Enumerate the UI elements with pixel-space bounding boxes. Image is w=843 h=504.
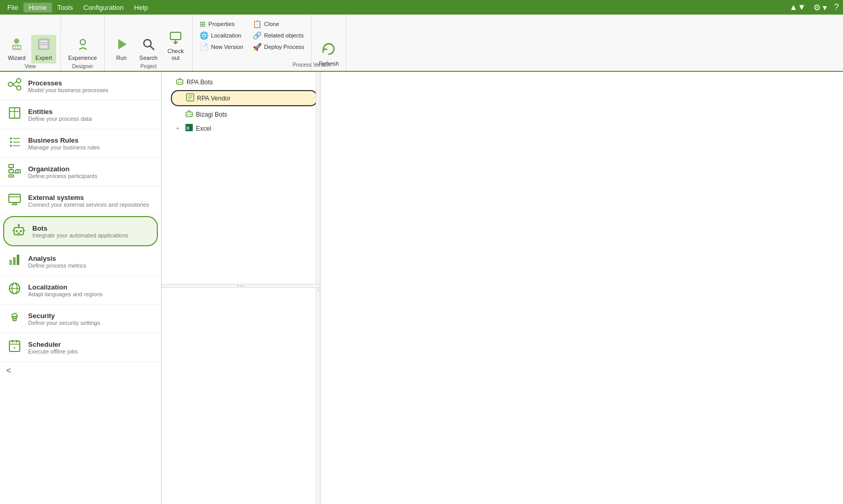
svg-point-56 — [14, 318, 16, 320]
detail-panel — [320, 72, 843, 504]
menu-help[interactable]: Help — [129, 3, 153, 12]
related-objects-button[interactable]: 🔗 Related objects — [250, 30, 306, 41]
search-icon — [141, 37, 156, 54]
external-systems-text: External systems Connect your external s… — [28, 194, 149, 208]
view-group-label: View — [4, 64, 56, 71]
svg-rect-50 — [17, 255, 19, 265]
organization-title: Organization — [28, 165, 97, 173]
checkout-icon — [168, 30, 183, 47]
sidebar-item-external-systems[interactable]: External systems Connect your external s… — [0, 186, 161, 215]
svg-point-73 — [190, 114, 191, 115]
analysis-text: Analysis Define process metrics — [28, 255, 86, 269]
sidebar-item-bots[interactable]: Bots Integrate your automated applicatio… — [3, 216, 158, 246]
business-rules-desc: Manage your business rules — [28, 144, 100, 150]
entities-text: Entities Define your process data — [28, 108, 92, 122]
security-desc: Define your security settings — [28, 320, 100, 326]
svg-point-0 — [14, 39, 19, 44]
svg-text:X: X — [187, 125, 190, 131]
sidebar-item-business-rules[interactable]: Business Rules Manage your business rule… — [0, 129, 161, 158]
tree-item-rpa-bots[interactable]: RPA Bots — [162, 75, 320, 89]
menu-bar-right: ▲▼ ⚙ ▾ ? — [787, 2, 841, 14]
organization-text: Organization Define process participants — [28, 165, 97, 179]
excel-icon: X — [185, 123, 193, 133]
properties-label: Properties — [208, 21, 234, 27]
sidebar-item-processes[interactable]: Processes Model your business processes — [0, 72, 161, 100]
deploy-process-button[interactable]: 🚀 Deploy Process — [250, 42, 307, 52]
tree-item-rpa-vendor[interactable]: RPA Vendor — [171, 90, 318, 106]
new-version-button[interactable]: 📄 New Version — [197, 42, 246, 52]
tree-item-excel[interactable]: + X Excel — [171, 121, 320, 135]
svg-line-12 — [150, 46, 154, 49]
sidebar-collapse-button[interactable]: < — [0, 362, 161, 380]
bots-title: Bots — [32, 224, 128, 232]
svg-marker-10 — [118, 39, 127, 49]
sidebar-item-organization[interactable]: Organization Define process participants — [0, 158, 161, 186]
sidebar-item-security[interactable]: Security Define your security settings — [0, 305, 161, 333]
svg-rect-36 — [9, 194, 20, 203]
designer-group-label: Designer — [65, 64, 100, 71]
wizard-label: Wizard — [8, 55, 26, 61]
svg-point-63 — [178, 82, 179, 83]
svg-point-66 — [179, 78, 180, 79]
main-layout: Processes Model your business processes … — [0, 72, 843, 504]
ribbon: Wizard Expert View — [0, 15, 843, 72]
processes-icon — [6, 77, 23, 95]
processes-text: Processes Model your business processes — [28, 79, 108, 93]
rpa-vendor-label: RPA Vendor — [197, 95, 231, 102]
view-buttons: Wizard Expert — [4, 17, 56, 64]
menu-bar: File Home Tools Configuration Help ▲▼ ⚙ … — [0, 0, 843, 15]
vertical-splitter[interactable] — [316, 72, 320, 504]
localization-button[interactable]: 🌐 Localization — [197, 30, 244, 41]
experience-icon — [76, 37, 90, 54]
expert-label: Expert — [35, 55, 52, 61]
external-systems-title: External systems — [28, 194, 149, 201]
scheduler-icon — [6, 338, 23, 356]
bizagi-bots-icon — [185, 109, 193, 119]
organization-desc: Define process participants — [28, 173, 97, 179]
sidebar-item-entities[interactable]: Entities Define your process data — [0, 100, 161, 129]
svg-point-16 — [17, 79, 21, 83]
properties-button[interactable]: ⊞ Properties — [197, 19, 237, 29]
window-controls-icon[interactable]: ▲▼ — [787, 2, 808, 13]
settings-icon[interactable]: ⚙ ▾ — [811, 2, 829, 14]
security-icon — [6, 310, 23, 327]
experience-button[interactable]: Experience — [65, 35, 100, 64]
sidebar-item-scheduler[interactable]: Scheduler Execute offline jobs — [0, 333, 161, 362]
ribbon-group-view: Wizard Expert View — [0, 15, 61, 71]
business-rules-title: Business Rules — [28, 136, 100, 144]
help-icon[interactable]: ? — [832, 2, 841, 13]
checkout-button[interactable]: Checkout — [163, 28, 188, 64]
expert-button[interactable]: Expert — [31, 35, 56, 64]
run-button[interactable]: Run — [109, 35, 134, 64]
menu-home[interactable]: Home — [23, 3, 52, 12]
wizard-icon — [9, 37, 24, 54]
horizontal-splitter[interactable] — [162, 284, 320, 288]
localization-text: Localization Adapt languages and regions — [28, 283, 103, 297]
menu-configuration[interactable]: Configuration — [78, 3, 129, 12]
rpa-vendor-icon — [186, 93, 194, 103]
svg-rect-71 — [186, 112, 192, 117]
search-button[interactable]: Search — [136, 35, 161, 64]
svg-point-2 — [13, 46, 15, 48]
svg-rect-6 — [40, 41, 47, 48]
wizard-button[interactable]: Wizard — [4, 35, 29, 64]
scheduler-desc: Execute offline jobs — [28, 348, 78, 355]
designer-buttons: Experience — [65, 17, 100, 64]
refresh-icon — [320, 41, 337, 59]
menu-tools[interactable]: Tools — [52, 3, 78, 12]
new-version-icon: 📄 — [200, 43, 208, 51]
svg-point-17 — [17, 86, 21, 90]
experience-label: Experience — [68, 55, 97, 61]
process-version-left: ⊞ Properties 🌐 Localization 📄 New Versio… — [197, 19, 246, 52]
menu-file[interactable]: File — [2, 3, 23, 12]
svg-point-27 — [10, 145, 12, 147]
clone-button[interactable]: 📋 Clone — [250, 19, 282, 29]
bizagi-bots-label: Bizagi Bots — [196, 111, 227, 118]
sidebar-item-localization[interactable]: Localization Adapt languages and regions — [0, 276, 161, 305]
process-version-group-label: Process Version — [293, 62, 330, 68]
localization-icon: 🌐 — [200, 31, 208, 40]
security-title: Security — [28, 312, 100, 320]
project-group-label: Project — [109, 64, 188, 71]
tree-item-bizagi-bots[interactable]: Bizagi Bots — [171, 107, 320, 121]
sidebar-item-analysis[interactable]: Analysis Define process metrics — [0, 247, 161, 276]
